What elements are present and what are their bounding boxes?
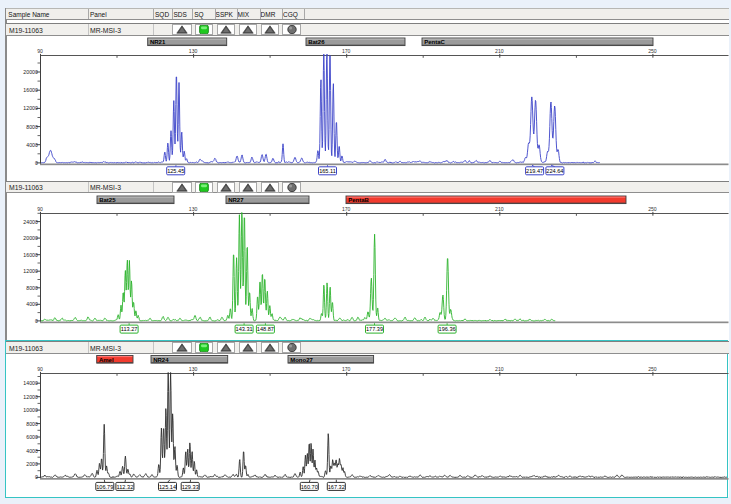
svg-text:Bat25: Bat25 bbox=[99, 197, 116, 203]
svg-text:8000: 8000 bbox=[26, 420, 38, 426]
svg-text:90: 90 bbox=[37, 365, 43, 371]
svg-text:14000: 14000 bbox=[23, 380, 38, 386]
svg-text:8000: 8000 bbox=[26, 123, 38, 129]
svg-text:130: 130 bbox=[189, 365, 198, 371]
svg-text:12000: 12000 bbox=[23, 268, 38, 274]
svg-text:177.39: 177.39 bbox=[366, 326, 383, 332]
svg-text:24000: 24000 bbox=[23, 218, 38, 224]
svg-text:250: 250 bbox=[648, 47, 657, 53]
svg-text:10000: 10000 bbox=[23, 407, 38, 413]
svg-text:170: 170 bbox=[342, 365, 351, 371]
svg-text:170: 170 bbox=[342, 47, 351, 53]
svg-text:219.47: 219.47 bbox=[526, 168, 543, 174]
svg-text:12000: 12000 bbox=[23, 105, 38, 111]
svg-text:250: 250 bbox=[648, 205, 657, 211]
svg-text:Mono27: Mono27 bbox=[290, 356, 313, 362]
svg-text:0: 0 bbox=[35, 474, 38, 480]
svg-text:16000: 16000 bbox=[23, 251, 38, 257]
svg-text:8000: 8000 bbox=[26, 284, 38, 290]
svg-text:125.45: 125.45 bbox=[167, 168, 184, 174]
svg-text:NR27: NR27 bbox=[228, 197, 244, 203]
svg-text:PentaB: PentaB bbox=[348, 197, 369, 203]
svg-text:0: 0 bbox=[35, 317, 38, 323]
svg-text:NR24: NR24 bbox=[153, 356, 169, 362]
svg-text:0: 0 bbox=[35, 159, 38, 165]
svg-text:4000: 4000 bbox=[26, 447, 38, 453]
svg-text:160.70: 160.70 bbox=[301, 483, 318, 489]
svg-text:4000: 4000 bbox=[26, 301, 38, 307]
svg-text:20000: 20000 bbox=[23, 235, 38, 241]
svg-text:210: 210 bbox=[495, 365, 504, 371]
svg-text:16000: 16000 bbox=[23, 87, 38, 93]
svg-text:112.32: 112.32 bbox=[117, 483, 134, 489]
svg-text:130: 130 bbox=[189, 47, 198, 53]
svg-text:196.36: 196.36 bbox=[439, 326, 456, 332]
svg-text:143.31: 143.31 bbox=[236, 326, 253, 332]
svg-text:Amel: Amel bbox=[99, 356, 114, 362]
svg-text:250: 250 bbox=[648, 365, 657, 371]
svg-text:90: 90 bbox=[37, 47, 43, 53]
svg-text:4000: 4000 bbox=[26, 141, 38, 147]
svg-text:2000: 2000 bbox=[26, 460, 38, 466]
svg-text:125.14: 125.14 bbox=[159, 483, 176, 489]
svg-text:90: 90 bbox=[37, 205, 43, 211]
svg-text:148.87: 148.87 bbox=[257, 326, 274, 332]
svg-text:224.64: 224.64 bbox=[546, 168, 563, 174]
svg-text:Bat26: Bat26 bbox=[308, 39, 325, 45]
svg-text:12000: 12000 bbox=[23, 393, 38, 399]
svg-text:20000: 20000 bbox=[23, 69, 38, 75]
svg-text:210: 210 bbox=[495, 205, 504, 211]
svg-text:6000: 6000 bbox=[26, 434, 38, 440]
svg-text:210: 210 bbox=[495, 47, 504, 53]
svg-text:130: 130 bbox=[189, 205, 198, 211]
svg-text:167.32: 167.32 bbox=[328, 483, 345, 489]
svg-text:NR21: NR21 bbox=[150, 39, 166, 45]
svg-text:106.79: 106.79 bbox=[96, 483, 113, 489]
svg-text:165.11: 165.11 bbox=[319, 168, 336, 174]
svg-text:113.27: 113.27 bbox=[121, 326, 138, 332]
svg-text:170: 170 bbox=[342, 205, 351, 211]
svg-text:PentaC: PentaC bbox=[424, 39, 445, 45]
svg-text:129.33: 129.33 bbox=[182, 483, 199, 489]
